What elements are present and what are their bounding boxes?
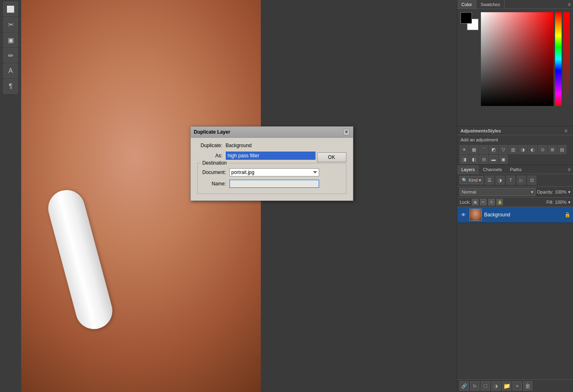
opacity-chevron[interactable]: ▾ (568, 189, 571, 195)
lock-paint[interactable]: ✏ (480, 199, 487, 205)
exposure-adj-icon[interactable]: ◩ (489, 145, 498, 154)
layer-lock-row: Lock: ▣ ✏ ✛ 🔒 Fill: 100% ▾ (457, 198, 573, 207)
opacity-label: Opacity: (537, 189, 553, 194)
opacity-value[interactable]: 100% (555, 189, 566, 194)
layer-new-button[interactable]: + (513, 381, 522, 390)
layer-background-item[interactable]: 👁 Background 🔒 (457, 207, 573, 223)
channelmixer-adj-icon[interactable]: ⊞ (548, 145, 557, 154)
foreground-swatch[interactable] (461, 12, 472, 24)
tab-swatches[interactable]: Swatches (476, 0, 505, 9)
tool-lasso[interactable]: ✂ (3, 17, 18, 32)
layer-filter-smart[interactable]: ⊡ (527, 176, 536, 185)
layer-filter-type[interactable]: T (506, 176, 515, 185)
alpha-slider[interactable] (563, 12, 570, 106)
photofilter-adj-icon[interactable]: ⊙ (538, 145, 547, 154)
duplicate-value: Background (226, 143, 252, 148)
levels-adj-icon[interactable]: ▦ (469, 145, 478, 154)
layer-thumbnail (469, 209, 482, 221)
fill-chevron[interactable]: ▾ (568, 200, 571, 205)
brightness-adj-icon[interactable]: ☀ (460, 145, 469, 154)
fill-label: Fill: (547, 200, 553, 205)
destination-group: Destination Document: portrait.jpg Name: (197, 163, 346, 194)
layer-filter-pixel[interactable]: ☰ (485, 176, 494, 185)
document-label: Document: (201, 170, 229, 175)
layer-fx-button[interactable]: fx (470, 381, 479, 390)
fill-value[interactable]: 100% (555, 200, 566, 205)
mode-value: Normal (462, 189, 476, 194)
layer-kind-dropdown[interactable]: 🔍 Kind ▾ (460, 176, 483, 184)
selectivecolor-adj-icon[interactable]: ▣ (499, 155, 508, 164)
vibrance-adj-icon[interactable]: ▽ (499, 145, 508, 154)
curves-adj-icon[interactable]: ⌒ (479, 145, 488, 154)
layer-name-label: Background (484, 212, 562, 218)
adjustments-expand-icon[interactable]: ≡ (562, 128, 570, 134)
paths-tab[interactable]: Paths (506, 165, 526, 174)
destination-legend: Destination (201, 160, 229, 166)
tool-text[interactable]: A (3, 64, 18, 78)
hsl-adj-icon[interactable]: ▥ (509, 145, 518, 154)
document-select[interactable]: portrait.jpg (229, 168, 319, 176)
invert-adj-icon[interactable]: ◨ (460, 155, 469, 164)
tool-move[interactable]: ⬜ (3, 2, 18, 16)
layer-filter-shape[interactable]: ▷ (517, 176, 526, 185)
colorbalance-adj-icon[interactable]: ◑ (518, 145, 527, 154)
ok-button[interactable]: OK (317, 152, 346, 162)
tab-color[interactable]: Color (457, 0, 476, 9)
name-input[interactable] (229, 180, 319, 188)
styles-tab[interactable]: Styles (488, 128, 501, 133)
layer-visibility-toggle[interactable]: 👁 (460, 211, 467, 218)
gradmap-adj-icon[interactable]: ▬ (489, 155, 498, 164)
duplicate-row: Duplicate: Background (197, 143, 346, 148)
color-saturation-field[interactable] (481, 12, 553, 106)
right-panels: Color Swatches ≡ Adjustments Styles ≡ Ad… (457, 0, 573, 392)
posterize-adj-icon[interactable]: ◧ (469, 155, 478, 164)
document-row: Document: portrait.jpg (201, 168, 343, 176)
dialog-title-bar[interactable]: Duplicate Layer ✕ (191, 127, 353, 138)
layer-opacity-row: Opacity: 100% ▾ (537, 189, 571, 195)
layers-tab[interactable]: Layers (457, 165, 479, 174)
dialog-body: OK Cancel Duplicate: Background As: Dest… (191, 138, 353, 200)
layer-adjustment-button[interactable]: ◑ (491, 381, 500, 390)
lock-position[interactable]: ✛ (488, 199, 495, 205)
layers-kind-controls: 🔍 Kind ▾ ☰ ◑ T ▷ ⊡ (457, 174, 573, 187)
lock-transparency[interactable]: ▣ (472, 199, 478, 205)
tool-paragraph[interactable]: ¶ (3, 79, 18, 94)
color-picker-area (481, 12, 570, 106)
color-panel-tabs: Color Swatches ≡ (457, 0, 573, 9)
layer-mode-dropdown[interactable]: Normal ▾ (460, 188, 536, 196)
as-input[interactable] (226, 152, 315, 160)
dialog-close-button[interactable]: ✕ (343, 129, 350, 135)
threshold-adj-icon[interactable]: ⊟ (479, 155, 488, 164)
fg-bg-swatches (461, 12, 478, 30)
adjustments-header: Adjustments Styles ≡ (457, 126, 573, 135)
hue-slider[interactable] (555, 12, 562, 106)
layer-filter-adj[interactable]: ◑ (496, 176, 505, 185)
layer-group-button[interactable]: 📁 (502, 381, 511, 390)
colllookup-adj-icon[interactable]: ▤ (558, 145, 566, 154)
add-adjustment-label: Add an adjustment (457, 135, 573, 144)
duplicate-layer-dialog[interactable]: Duplicate Layer ✕ OK Cancel Duplicate: B… (190, 126, 353, 201)
mode-chevron: ▾ (531, 189, 533, 195)
panel-expand-icon[interactable]: ≡ (565, 0, 573, 9)
kind-chevron: ▾ (479, 178, 481, 183)
layer-link-button[interactable]: 🔗 (460, 381, 469, 390)
dialog-title: Duplicate Layer (194, 129, 230, 135)
kind-icon: 🔍 (462, 178, 467, 183)
layers-bottom-bar: 🔗 fx □ ◑ 📁 + 🗑 (457, 379, 573, 392)
layers-panel: Layers Channels Paths ≡ 🔍 Kind ▾ ☰ ◑ T ▷… (457, 165, 573, 392)
name-row: Name: (201, 180, 343, 188)
adjustments-tab[interactable]: Adjustments (461, 128, 488, 133)
tool-crop[interactable]: ▣ (3, 33, 18, 47)
layers-expand-icon[interactable]: ≡ (565, 165, 573, 174)
channels-tab[interactable]: Channels (479, 165, 506, 174)
layer-mode-row: Normal ▾ Opacity: 100% ▾ (457, 187, 573, 198)
as-label: As: (197, 153, 226, 159)
layer-mask-button[interactable]: □ (481, 381, 490, 390)
lock-label: Lock: (460, 200, 470, 205)
layer-delete-button[interactable]: 🗑 (523, 381, 532, 390)
bw-adj-icon[interactable]: ◐ (528, 145, 537, 154)
tool-brush[interactable]: ✏ (3, 48, 18, 63)
lock-all[interactable]: 🔒 (496, 199, 503, 205)
layers-panel-tabs: Layers Channels Paths ≡ (457, 165, 573, 174)
adjustment-icons-row: ☀ ▦ ⌒ ◩ ▽ ▥ ◑ ◐ ⊙ ⊞ ▤ ◨ ◧ ⊟ ▬ ▣ (457, 144, 573, 165)
